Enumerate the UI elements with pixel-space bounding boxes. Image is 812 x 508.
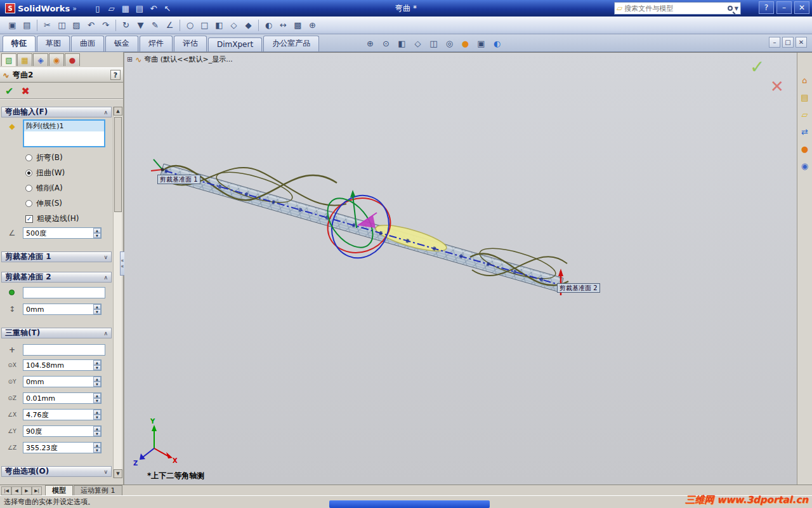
scrollbar-thumb[interactable]: [114, 117, 122, 212]
edit-appearance-icon[interactable]: ●: [458, 36, 473, 50]
print-preview-icon[interactable]: ▤: [20, 18, 34, 32]
copy-icon[interactable]: ◫: [55, 18, 69, 32]
appearances-tab[interactable]: ●: [65, 53, 80, 66]
scroll-down-icon[interactable]: ▼: [114, 469, 122, 478]
section-header-flex-options[interactable]: 弯曲选项(O) ∨: [1, 466, 112, 477]
confirmation-ok-icon[interactable]: ✓: [750, 57, 764, 77]
dimxpertmanager-tab[interactable]: ◈: [33, 53, 48, 66]
rebuild-icon[interactable]: ↻: [119, 18, 133, 32]
wireframe-icon[interactable]: ◇: [226, 18, 241, 32]
hard-edges-checkbox-row[interactable]: ✓ 粗硬边线(H): [25, 213, 79, 224]
doc-restore-button[interactable]: □: [782, 37, 794, 48]
selected-entity[interactable]: 阵列(线性)1: [24, 121, 104, 131]
screen-capture-icon[interactable]: ▣: [5, 18, 20, 32]
section-header-triad[interactable]: 三重轴(T) ∧: [1, 328, 112, 338]
rectangle-tool-icon[interactable]: □: [197, 18, 212, 32]
open-icon[interactable]: ▱: [105, 2, 119, 15]
custom-properties-icon[interactable]: ◉: [799, 160, 811, 171]
appearances-icon[interactable]: ●: [799, 143, 811, 154]
value-stepper[interactable]: ▲▼: [93, 410, 101, 420]
tab-weldments[interactable]: 焊件: [140, 36, 173, 51]
section-header-trim-plane-2[interactable]: 剪裁基准面 2 ∧: [1, 272, 112, 283]
tab-dimxpert[interactable]: DimXpert: [208, 37, 262, 51]
tree-root-label[interactable]: 弯曲 (默认<<默认>_显示...: [144, 55, 232, 64]
tab-evaluate[interactable]: 评估: [174, 36, 207, 51]
apply-scene-icon[interactable]: ▣: [474, 36, 488, 50]
ok-button[interactable]: ✔: [5, 85, 13, 97]
graphics-area[interactable]: Y X Z ⊞ ∿ 弯曲 (默认<<默认>_显示... ✓ ✕ 剪裁基准面 1 …: [124, 52, 812, 485]
angle-input[interactable]: 500度 ▲▼: [23, 227, 102, 239]
save-icon[interactable]: ▦: [119, 2, 133, 15]
value-stepper[interactable]: ▲▼: [93, 393, 101, 403]
select-icon[interactable]: ↖: [160, 2, 174, 15]
trim-plane-1-marker[interactable]: [151, 159, 164, 171]
solidworks-resources-icon[interactable]: ⌂: [799, 74, 811, 86]
tab-sheet-metal[interactable]: 钣金: [105, 36, 138, 51]
model-canvas[interactable]: Y X Z: [124, 53, 797, 485]
search-input[interactable]: [624, 4, 726, 13]
paste-icon[interactable]: ▨: [69, 18, 84, 32]
angle-stepper[interactable]: ▲▼: [93, 228, 101, 238]
undo-icon[interactable]: ↶: [147, 2, 160, 15]
value-stepper[interactable]: ▲▼: [93, 426, 101, 436]
propertymanager-tab[interactable]: ▧: [1, 53, 16, 66]
prev-button[interactable]: ◀: [11, 486, 22, 495]
offset-stepper[interactable]: ▲▼: [93, 304, 101, 314]
help-button[interactable]: ?: [759, 1, 774, 14]
mass-properties-icon[interactable]: ▩: [291, 18, 305, 32]
redo-icon[interactable]: ↷: [98, 18, 113, 32]
fwd-button[interactable]: ▶|: [32, 486, 42, 495]
triad-value-input[interactable]: 90度 ▲▼: [23, 425, 102, 437]
zoom-area-icon[interactable]: ⊙: [379, 36, 393, 50]
section-view-icon[interactable]: ◧: [395, 36, 409, 50]
selection-filter-icon[interactable]: ▼: [133, 18, 148, 32]
pm-help-button[interactable]: ?: [110, 70, 121, 80]
tab-features[interactable]: 特征: [3, 36, 36, 51]
radio-taper[interactable]: 锥削(A): [25, 183, 63, 193]
trim-plane-1-label[interactable]: 剪裁基准面 1: [157, 175, 200, 184]
app-logo[interactable]: S SolidWorks »: [0, 3, 82, 13]
next-button[interactable]: ▶: [22, 486, 32, 495]
minimize-button[interactable]: –: [776, 1, 792, 14]
triad-value-input[interactable]: 0.01mm ▲▼: [23, 392, 102, 404]
file-explorer-icon[interactable]: ▱: [799, 109, 811, 120]
search-icon[interactable]: [728, 6, 733, 11]
section-header-flex-input[interactable]: 弯曲输入(F) ∧: [1, 107, 112, 117]
rewind-button[interactable]: |◀: [1, 486, 11, 495]
doc-minimize-button[interactable]: –: [769, 37, 780, 48]
cut-icon[interactable]: ✂: [40, 18, 55, 32]
triad-value-input[interactable]: 4.76度 ▲▼: [23, 409, 102, 420]
confirmation-cancel-icon[interactable]: ✕: [770, 77, 784, 96]
shaded-icon[interactable]: ◆: [241, 18, 256, 32]
radio-stretch[interactable]: 伸展(S): [25, 198, 62, 208]
scroll-up-icon[interactable]: ▲: [114, 107, 122, 116]
radio-bend[interactable]: 折弯(B): [25, 152, 63, 163]
feature-tree-flyout[interactable]: ⊞ ∿ 弯曲 (默认<<默认>_显示...: [127, 55, 233, 64]
configurationmanager-tab[interactable]: ▦: [17, 53, 32, 66]
section-view-icon[interactable]: ◐: [261, 18, 276, 32]
search-dropdown-icon[interactable]: ▼: [735, 6, 738, 11]
tab-model[interactable]: 模型: [45, 485, 73, 495]
radio-twist[interactable]: 扭曲(W): [25, 168, 65, 178]
displaymanager-tab[interactable]: ◉: [49, 53, 64, 66]
panel-scrollbar[interactable]: ▲ ▼: [113, 107, 122, 478]
zoom-fit-icon[interactable]: ⊕: [363, 36, 377, 50]
expand-tree-icon[interactable]: ⊞: [127, 55, 133, 64]
section-header-trim-plane-1[interactable]: 剪裁基准面 1 ∨: [1, 251, 112, 262]
cancel-button[interactable]: ✖: [21, 85, 29, 97]
smart-dimension-icon[interactable]: ∠: [162, 18, 177, 32]
close-button[interactable]: ✕: [794, 1, 809, 14]
value-stepper[interactable]: ▲▼: [93, 377, 101, 387]
tab-motion-study[interactable]: 运动算例 1: [74, 485, 122, 495]
triad-origin-input[interactable]: [23, 344, 105, 356]
value-stepper[interactable]: ▲▼: [93, 360, 101, 370]
tab-office-products[interactable]: 办公室产品: [263, 36, 319, 51]
solidworks-forum-icon[interactable]: ⇄: [799, 126, 811, 137]
mirror-icon[interactable]: ◧: [212, 18, 226, 32]
circle-tool-icon[interactable]: ○: [183, 18, 197, 32]
tab-sketch[interactable]: 草图: [37, 36, 70, 51]
hide-show-icon[interactable]: ◎: [442, 36, 457, 50]
triad-value-input[interactable]: 0mm ▲▼: [23, 376, 102, 387]
tab-surfaces[interactable]: 曲面: [71, 36, 104, 51]
trim-plane-2-reference-input[interactable]: [23, 287, 105, 298]
